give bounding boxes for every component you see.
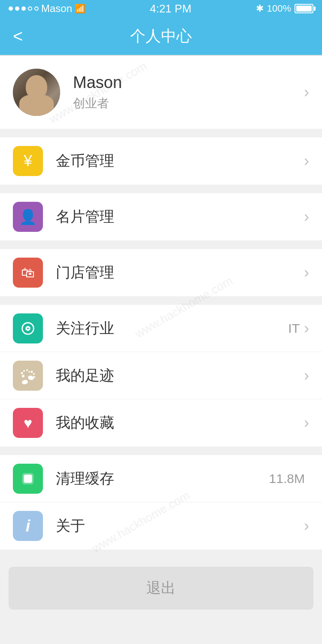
- profile-name: Mason: [73, 73, 304, 92]
- content: Mason 创业者 › ¥ 金币管理 › 👤 名片管理 › 🛍 门店管理 ›: [0, 56, 322, 610]
- svg-point-7: [23, 370, 25, 372]
- avatar-image: [13, 69, 60, 116]
- gold-icon: ¥: [13, 146, 43, 176]
- dot-3: [21, 6, 26, 11]
- menu-section-5: 清理缓存 11.8M i 关于 ›: [0, 455, 322, 550]
- back-button[interactable]: <: [13, 27, 23, 46]
- menu-item-my-favorites[interactable]: ♥ 我的收藏 ›: [0, 399, 322, 447]
- about-label: 关于: [56, 516, 304, 536]
- menu-section-1: ¥ 金币管理 ›: [0, 137, 322, 185]
- svg-point-2: [27, 328, 29, 329]
- footprint-label: 我的足迹: [56, 366, 304, 386]
- dot-1: [9, 6, 13, 11]
- svg-point-9: [28, 371, 30, 373]
- favorites-chevron: ›: [304, 414, 309, 432]
- battery-icon: [295, 4, 313, 13]
- card-chevron: ›: [304, 208, 309, 226]
- about-icon: i: [13, 511, 43, 541]
- menu-item-store-management[interactable]: 🛍 门店管理 ›: [0, 249, 322, 296]
- footprint-icon: [13, 361, 43, 391]
- footprint-chevron: ›: [304, 367, 309, 385]
- dot-4: [28, 6, 32, 11]
- carrier-name: Mason: [41, 3, 72, 15]
- card-label: 名片管理: [56, 207, 304, 227]
- industry-chevron: ›: [304, 319, 309, 337]
- profile-role: 创业者: [73, 95, 304, 112]
- page-title: 个人中心: [130, 26, 192, 47]
- battery-percent: 100%: [267, 3, 291, 14]
- cache-size: 11.8M: [269, 471, 305, 486]
- store-icon: 🛍: [13, 258, 43, 288]
- menu-item-my-footprint[interactable]: 我的足迹 ›: [0, 352, 322, 399]
- wifi-icon: 📶: [75, 3, 85, 14]
- industry-value: IT: [288, 321, 300, 336]
- gold-label: 金币管理: [56, 151, 304, 171]
- gold-chevron: ›: [304, 152, 309, 170]
- status-left: Mason 📶: [9, 3, 85, 15]
- industry-label: 关注行业: [56, 319, 288, 338]
- status-bar: Mason 📶 4:21 PM ✱ 100%: [0, 0, 322, 17]
- svg-point-11: [33, 373, 35, 375]
- menu-item-about[interactable]: i 关于 ›: [0, 502, 322, 550]
- svg-point-4: [27, 375, 34, 380]
- menu-section-3: 🛍 门店管理 ›: [0, 249, 322, 296]
- signal-dots: [9, 6, 39, 11]
- dot-2: [15, 6, 19, 11]
- bluetooth-icon: ✱: [256, 3, 264, 14]
- favorites-label: 我的收藏: [56, 413, 304, 433]
- svg-rect-14: [24, 474, 32, 483]
- status-right: ✱ 100%: [256, 3, 313, 14]
- svg-point-5: [22, 375, 24, 377]
- profile-chevron: ›: [304, 83, 309, 101]
- store-label: 门店管理: [56, 263, 304, 283]
- menu-section-4: 关注行业 IT › 我的足迹 ›: [0, 305, 322, 447]
- cache-icon: [13, 464, 43, 494]
- menu-item-clear-cache[interactable]: 清理缓存 11.8M: [0, 455, 322, 502]
- menu-section-2: 👤 名片管理 ›: [0, 193, 322, 240]
- status-time: 4:21 PM: [150, 2, 191, 15]
- svg-point-10: [31, 371, 33, 373]
- profile-section[interactable]: Mason 创业者 ›: [0, 56, 322, 129]
- avatar: [13, 69, 60, 116]
- svg-point-12: [33, 376, 35, 378]
- svg-point-3: [21, 379, 28, 385]
- battery-fill: [296, 6, 312, 12]
- menu-item-follow-industry[interactable]: 关注行业 IT ›: [0, 305, 322, 352]
- profile-info: Mason 创业者: [73, 73, 304, 112]
- favorites-icon: ♥: [13, 408, 43, 438]
- menu-item-gold-management[interactable]: ¥ 金币管理 ›: [0, 137, 322, 185]
- menu-item-card-management[interactable]: 👤 名片管理 ›: [0, 193, 322, 240]
- card-icon: 👤: [13, 202, 43, 232]
- cache-label: 清理缓存: [56, 469, 269, 489]
- about-chevron: ›: [304, 517, 309, 535]
- logout-button[interactable]: 退出: [9, 567, 313, 610]
- nav-bar: < 个人中心: [0, 17, 322, 55]
- logout-section: 退出: [9, 567, 313, 610]
- svg-point-6: [21, 372, 23, 374]
- industry-icon: [13, 313, 43, 343]
- dot-5: [34, 6, 39, 11]
- svg-point-8: [26, 369, 28, 371]
- store-chevron: ›: [304, 264, 309, 282]
